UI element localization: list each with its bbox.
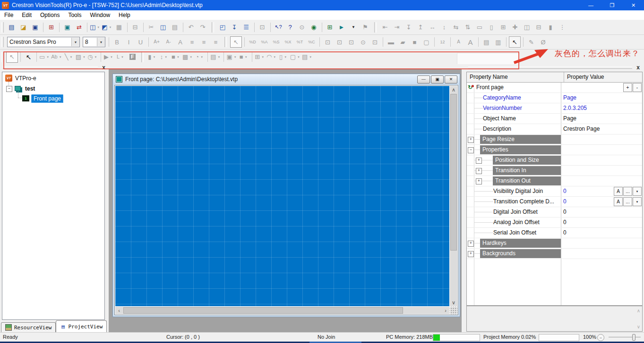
draw-pen[interactable]: ✎ [526,37,537,47]
help[interactable]: ? [285,22,296,33]
grid-view[interactable]: ▦ [114,22,125,33]
property-panel-header[interactable]: x [465,64,641,71]
center-horizontal[interactable]: ↔ [427,22,438,33]
property-name[interactable]: Hardkeys [480,239,561,248]
property-name[interactable]: Description [483,125,511,132]
close-button[interactable]: ✕ [623,0,644,10]
doc-maximize-button[interactable]: ▣ [431,75,444,84]
wireless-tool[interactable]: ◠▼ [266,52,277,62]
property-name[interactable]: Transition In [493,166,561,175]
make-same-width[interactable]: ▭ [474,22,485,33]
digital-join[interactable]: %D [247,37,258,47]
align-text-center[interactable]: ≡ [198,37,209,47]
select-mode[interactable]: ↖ [230,36,242,48]
dynamic-graphic-tool[interactable]: ▢▼ [290,52,301,62]
line-tool[interactable]: ╲▼ [64,52,75,62]
property-expander[interactable]: + [476,158,482,164]
button-tool-dropdown[interactable]: ▼ [177,56,180,59]
merge-objects[interactable]: ⊟ [533,22,544,33]
clock-tool[interactable]: ◔▼ [194,52,205,62]
tree-page-label[interactable]: Front page [31,94,63,103]
shape-rounded[interactable]: ▢ [421,37,432,47]
compile[interactable]: ⊞ [325,22,335,33]
menu-help[interactable]: Help [114,10,135,20]
object-state-4[interactable]: ⊙ [358,37,369,47]
object-state-5[interactable]: ⊡ [369,37,380,47]
color-join[interactable]: %C [306,37,317,47]
property-expander[interactable]: + [468,251,474,257]
space-across[interactable]: ⇆ [451,22,462,33]
scroll-right-arrow[interactable]: › [442,307,449,314]
make-same-size[interactable]: ⊞ [498,22,509,33]
property-dropdown-button[interactable]: ▼ [633,187,642,196]
legacy-object-tool-dropdown[interactable]: ▼ [121,56,124,59]
zoom-slider-track[interactable] [609,337,641,337]
object-pointer[interactable]: ↖ [509,36,521,48]
tree-item-root[interactable]: VT VTPro-e [5,74,36,82]
text-join[interactable]: %T [294,37,305,47]
updown-tool[interactable]: ↕▼ [159,52,170,62]
text-tool-dropdown[interactable]: ▼ [59,56,62,59]
property-value[interactable]: Page [563,94,576,101]
object-help[interactable]: ⊙ [297,22,308,33]
page-properties[interactable]: ▤ [481,37,492,47]
scroll-up-arrow[interactable]: ∧ [450,86,457,93]
tab-resourceview[interactable]: ResourceView [1,322,56,332]
flip-objects[interactable]: ▮ [545,22,556,33]
italic[interactable]: I [123,37,134,47]
tb2-grip[interactable] [1,37,4,47]
property-name[interactable]: Transition Complete D... [493,198,554,205]
lock-tool[interactable]: Ø [538,37,549,47]
project-panel-close-icon[interactable]: x [101,65,107,71]
copy[interactable]: ◫ [158,22,169,33]
align-right[interactable]: ⇥ [392,22,403,33]
attach-object[interactable]: ⊡ [257,22,268,33]
cut[interactable]: ✂ [146,22,157,33]
dpad-tool[interactable]: ▣▼ [226,52,237,62]
space-down[interactable]: ⇅ [463,22,473,33]
property-value[interactable]: 0 [563,229,567,236]
property-name[interactable]: CategoryName [483,94,521,101]
property-value[interactable]: 0 [563,209,567,215]
maximize-button[interactable]: ❐ [601,0,623,10]
property-value-column-header[interactable]: Property Value [564,72,607,82]
project-properties[interactable]: ⊞ [46,22,57,33]
wireless-tool-dropdown[interactable]: ▼ [273,56,276,59]
property-expander[interactable]: + [476,168,482,174]
smart-object-tool-dropdown[interactable]: ▼ [309,56,312,59]
property-name[interactable]: Properties [480,145,561,154]
property-name[interactable]: Visibility Digital Join [493,188,543,194]
align-bottom[interactable]: ↧ [404,22,414,33]
redo[interactable]: ↷ [197,22,208,33]
print[interactable]: ⊟ [130,22,141,33]
property-name[interactable]: Transition Out [493,176,561,185]
menu-window[interactable]: Window [86,10,114,20]
property-expander[interactable]: + [476,178,482,184]
increase-font[interactable]: A+ [151,37,162,47]
select-tool[interactable]: ↖ [6,51,18,63]
undo[interactable]: ↶ [186,22,197,33]
document-title-bar[interactable]: Front page: C:\Users\Admin\Desktop\test.… [113,74,460,84]
property-value[interactable]: 0 [563,219,567,226]
zoom-slider-handle[interactable] [632,334,635,341]
scroll-down-arrow[interactable]: ∨ [450,299,457,306]
resize-grip[interactable] [450,307,457,314]
font-size-combo[interactable]: 8▼ [83,37,105,47]
tb3-grip[interactable] [1,52,4,62]
rectangle-tool-dropdown[interactable]: ▼ [46,56,49,59]
time-date-tool-dropdown[interactable]: ▼ [94,56,97,59]
serial-join[interactable]: %S [271,37,282,47]
hardkey-tool[interactable]: ▯▼ [278,52,289,62]
property-font-button[interactable]: A [614,187,623,196]
image-button-tool[interactable]: ▩▼ [182,52,193,62]
updown-tool-dropdown[interactable]: ▼ [164,56,167,59]
minimize-button[interactable]: — [580,0,601,10]
center-both[interactable]: ✚ [510,22,521,33]
dock-grip[interactable] [3,67,98,69]
legacy-object-tool[interactable]: L▼ [115,52,126,62]
preview[interactable]: ► [336,22,347,33]
property-font-button[interactable]: A [614,197,623,206]
filmstrip-tool[interactable]: ▤▼ [210,52,221,62]
text-larger[interactable]: A [465,37,476,47]
keypad-tool-dropdown[interactable]: ▼ [261,56,264,59]
